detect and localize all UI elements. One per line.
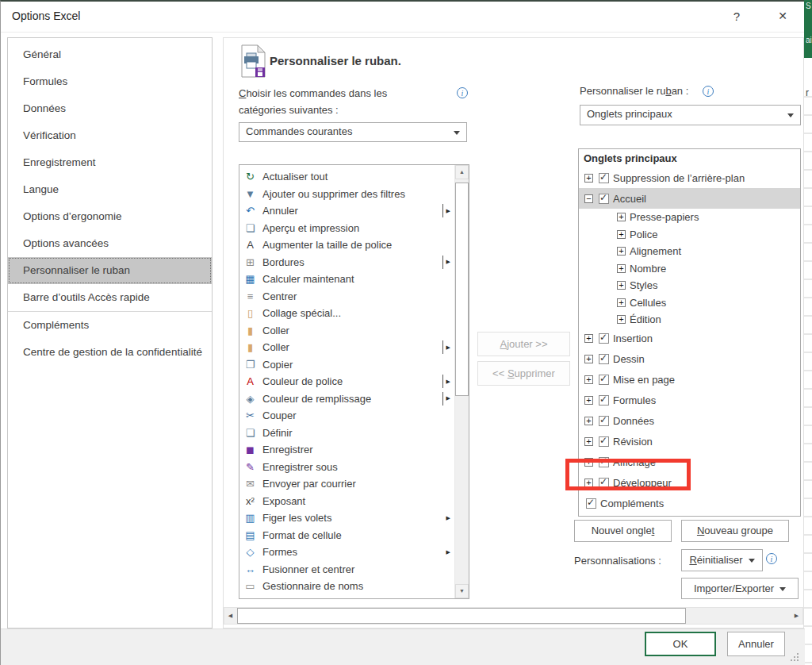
ribbon-tree-item[interactable]: + Suppression de l’arrière-plan	[579, 167, 800, 188]
sidebar-item[interactable]: Personnaliser le ruban	[8, 257, 212, 284]
checkbox[interactable]	[599, 436, 609, 447]
ribbon-tree-item[interactable]: + Édition	[579, 311, 800, 329]
expand-icon[interactable]: +	[584, 174, 593, 183]
scroll-right-icon[interactable]: ▶	[791, 608, 802, 624]
expand-icon[interactable]: +	[617, 298, 626, 307]
ribbon-tree-item[interactable]: + Formules	[579, 390, 800, 411]
sidebar-item[interactable]: Centre de gestion de la confidentialité	[8, 339, 212, 366]
sidebar-item[interactable]: Général	[8, 41, 212, 68]
command-item[interactable]: A Augmenter la taille de police	[239, 236, 469, 254]
sidebar-item[interactable]: Données	[8, 95, 212, 122]
command-item[interactable]: ▥ Figer les volets	[239, 509, 469, 527]
scroll-up-icon[interactable]: ▲	[455, 165, 469, 179]
sidebar-item[interactable]: Vérification	[8, 122, 212, 149]
command-item[interactable]: ◇ Formes	[239, 544, 469, 561]
add-button[interactable]: Ajouter >>	[477, 332, 570, 356]
command-item[interactable]: ❏ Aperçu et impression	[239, 220, 469, 237]
sidebar-item[interactable]: Options d’ergonomie	[8, 203, 212, 230]
ribbon-tree-item[interactable]: + Dessin	[579, 349, 800, 370]
import-export-button[interactable]: Importer/Exporter	[681, 578, 799, 599]
checkbox[interactable]	[599, 354, 609, 364]
command-item[interactable]: ▮ Coller	[239, 322, 469, 340]
expand-icon[interactable]: −	[584, 194, 593, 203]
vertical-scrollbar[interactable]: ▲ ▼	[454, 165, 469, 598]
checkbox[interactable]	[599, 395, 609, 406]
ribbon-tree-item[interactable]: + Nombre	[579, 260, 800, 278]
ribbon-tree-item[interactable]: + Alignement	[579, 243, 800, 260]
expand-icon[interactable]: +	[617, 247, 626, 256]
expand-icon[interactable]: +	[617, 315, 626, 324]
expand-icon[interactable]: +	[584, 396, 593, 405]
ribbon-tabs-dropdown[interactable]: Onglets principaux	[580, 105, 801, 125]
help-icon[interactable]: ?	[725, 6, 749, 27]
expand-icon[interactable]: +	[617, 281, 626, 290]
checkbox[interactable]	[586, 498, 596, 509]
command-item[interactable]: A Couleur de police	[239, 373, 469, 390]
expand-icon[interactable]: +	[617, 230, 626, 239]
ribbon-tree-item[interactable]: + Révision	[579, 432, 800, 452]
expand-icon[interactable]: +	[584, 355, 593, 363]
scrollbar-thumb[interactable]	[455, 183, 469, 396]
command-item[interactable]: ↶ Annuler	[239, 202, 469, 220]
ok-button[interactable]: OK	[645, 632, 716, 656]
info-icon[interactable]: i	[703, 86, 714, 97]
command-item[interactable]: ▦	[239, 595, 469, 600]
ribbon-tree-item[interactable]: + Styles	[579, 277, 800, 294]
close-icon[interactable]: ✕	[771, 6, 795, 27]
horizontal-scrollbar[interactable]: ◀ ▶	[224, 607, 803, 625]
new-group-button[interactable]: Nouveau groupe	[681, 520, 789, 542]
command-item[interactable]: ≡ Centrer	[239, 288, 469, 306]
ribbon-tree-item[interactable]: + Police	[579, 226, 800, 244]
command-item[interactable]: x² Exposant	[239, 493, 469, 510]
ribbon-tree-item[interactable]: + Mise en page	[579, 370, 800, 390]
command-item[interactable]: ↔ Fusionner et centrer	[239, 561, 469, 579]
ribbon-tree-item[interactable]: + Cellules	[579, 294, 800, 312]
sidebar-item[interactable]: Compléments	[8, 311, 212, 339]
ribbon-tree-item[interactable]: Compléments	[579, 494, 800, 514]
command-item[interactable]: ◈ Couleur de remplissage	[239, 390, 469, 408]
sidebar-item[interactable]: Langue	[8, 176, 212, 203]
command-item[interactable]: ▦ Calculer maintenant	[239, 271, 469, 288]
command-item[interactable]: ⊞ Bordures	[239, 254, 469, 271]
remove-button[interactable]: << Supprimer	[477, 361, 570, 386]
reset-button[interactable]: Réinitialiser	[681, 549, 763, 571]
ribbon-tree-item[interactable]: +	[579, 514, 800, 517]
command-item[interactable]: ❏ Définir	[239, 425, 469, 442]
command-item[interactable]: ✎ Enregistrer sous	[239, 459, 469, 476]
checkbox[interactable]	[599, 375, 609, 385]
sidebar-item[interactable]: Options avancées	[8, 230, 212, 257]
command-item[interactable]: ▯ Collage spécial...	[239, 305, 469, 322]
ribbon-tree-item[interactable]: + Données	[579, 411, 800, 432]
ribbon-tree-item[interactable]: + Presse-papiers	[579, 209, 800, 226]
command-item[interactable]: ◼ Enregistrer	[239, 441, 469, 459]
scroll-down-icon[interactable]: ▼	[455, 584, 469, 598]
scroll-left-icon[interactable]: ◀	[224, 608, 236, 624]
command-item[interactable]: ❐ Copier	[239, 356, 469, 374]
sidebar-item[interactable]: Barre d’outils Accès rapide	[8, 284, 212, 311]
command-item[interactable]: ▼ Ajouter ou supprimer des filtres	[239, 186, 469, 203]
sidebar-item[interactable]: Formules	[8, 68, 212, 95]
ribbon-tree-item[interactable]: − Accueil	[579, 188, 800, 209]
command-category-dropdown[interactable]: Commandes courantes	[239, 122, 467, 142]
ribbon-tree-item[interactable]: + Insertion	[579, 329, 800, 349]
command-item[interactable]: ▤ Format de cellule	[239, 527, 469, 544]
command-item[interactable]: ✂ Couper	[239, 407, 469, 425]
expand-icon[interactable]: +	[617, 264, 626, 273]
expand-icon[interactable]: +	[584, 375, 593, 384]
info-icon[interactable]: i	[766, 553, 777, 564]
checkbox[interactable]	[599, 173, 609, 183]
checkbox[interactable]	[599, 333, 609, 344]
resize-grip[interactable]	[791, 653, 800, 663]
command-item[interactable]: ↻ Actualiser tout	[239, 168, 469, 186]
checkbox[interactable]	[599, 194, 609, 204]
expand-icon[interactable]: +	[617, 213, 626, 221]
info-icon[interactable]: i	[457, 87, 468, 98]
sidebar-item[interactable]: Enregistrement	[8, 149, 212, 176]
command-item[interactable]: ✉ Envoyer par courrier	[239, 475, 469, 493]
command-item[interactable]: ▭ Gestionnaire de noms	[239, 578, 469, 595]
scrollbar-thumb[interactable]	[237, 608, 686, 624]
checkbox[interactable]	[599, 416, 609, 426]
expand-icon[interactable]: +	[584, 417, 593, 425]
cancel-button[interactable]: Annuler	[727, 632, 785, 656]
new-tab-button[interactable]: Nouvel onglet	[574, 520, 672, 542]
